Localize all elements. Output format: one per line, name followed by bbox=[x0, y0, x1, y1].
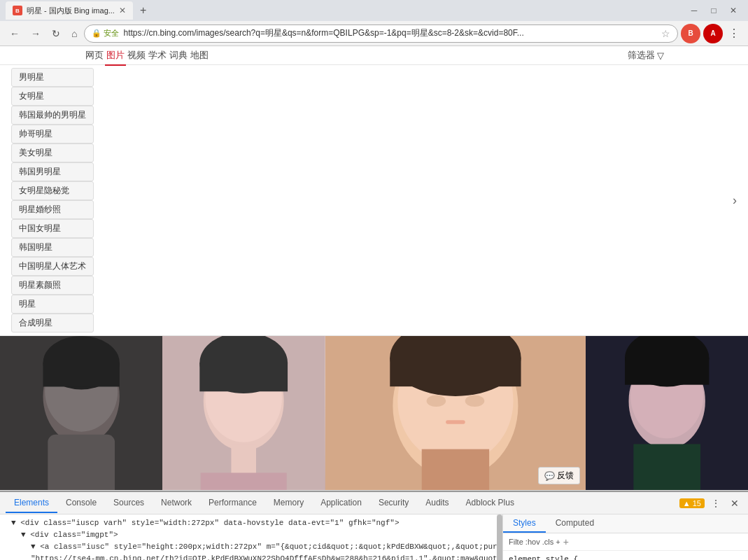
category-items: 男明星女明星韩国最帅的男明星帅哥明星美女明星韩国男明星女明星隐秘觉明星婚纱照中国… bbox=[11, 68, 94, 332]
category-item-6[interactable]: 女明星隐秘觉 bbox=[11, 181, 94, 200]
styles-tab-styles[interactable]: Styles bbox=[503, 514, 546, 533]
devtools-tab-elements[interactable]: Elements bbox=[6, 493, 57, 513]
feedback-btn[interactable]: 💬 反馈 bbox=[538, 467, 580, 484]
image-grid: 💬 反馈 bbox=[0, 336, 748, 490]
category-item-8[interactable]: 中国女明星 bbox=[11, 219, 94, 238]
dom-panel[interactable]: ▼ <div class="iuscp varh" style="width:2… bbox=[0, 514, 503, 560]
close-btn[interactable]: ✕ bbox=[724, 4, 742, 18]
devtools-close-btn[interactable]: ✕ bbox=[727, 496, 742, 510]
category-item-2[interactable]: 韩国最帅的男明星 bbox=[11, 106, 94, 125]
devtools-tab-audits[interactable]: Audits bbox=[417, 493, 457, 513]
category-item-11[interactable]: 明星素颜照 bbox=[11, 276, 94, 295]
tab-favicon: B bbox=[13, 6, 22, 15]
svg-rect-12 bbox=[201, 472, 287, 490]
minimize-btn[interactable]: ─ bbox=[685, 4, 703, 18]
devtools-right-tools: ▲ 15 ⋮ ✕ bbox=[679, 496, 742, 510]
tab-bar: B 明星 - 国内版 Bing imag... ✕ + bbox=[6, 1, 682, 20]
devtools-tab-performance[interactable]: Performance bbox=[200, 493, 265, 513]
bing-nav-right: 筛选器 ▽ bbox=[628, 49, 664, 62]
devtools-tab-sources[interactable]: Sources bbox=[105, 493, 153, 513]
title-bar: B 明星 - 国内版 Bing imag... ✕ + ─ □ ✕ bbox=[0, 0, 748, 21]
address-bar[interactable]: 🔒 安全 https://cn.bing.com/images/search?q… bbox=[84, 24, 678, 43]
category-item-0[interactable]: 男明星 bbox=[11, 68, 94, 87]
main-image-area: 💬 反馈 bbox=[0, 336, 748, 490]
dom-line-3[interactable]: "https://tse4-mm.cn.bing.net/th?id=OIP.k… bbox=[0, 553, 502, 560]
devtools-tab-application[interactable]: Application bbox=[312, 493, 370, 513]
dom-line-2[interactable]: ▼ <a class="iusc" style="height:200px;wi… bbox=[0, 541, 502, 553]
warning-badge: ▲ 15 bbox=[679, 498, 705, 508]
image-item-3[interactable]: 💬 反馈 bbox=[325, 336, 586, 490]
devtools-toolbar: ElementsConsoleSourcesNetworkPerformance… bbox=[0, 492, 748, 514]
image-item-4[interactable] bbox=[586, 336, 748, 490]
category-item-12[interactable]: 明星 bbox=[11, 295, 94, 314]
image-item-1[interactable] bbox=[0, 336, 162, 490]
reload-btn[interactable]: ↻ bbox=[48, 25, 64, 42]
element-style-block: element.style { color : rgb(134, 69 } bbox=[509, 555, 742, 560]
styles-tabs: Styles Computed bbox=[503, 514, 748, 533]
svg-rect-27 bbox=[633, 444, 700, 490]
category-scroll-arrow[interactable]: › bbox=[733, 193, 737, 208]
category-item-1[interactable]: 女明星 bbox=[11, 87, 94, 106]
tab-title: 明星 - 国内版 Bing imag... bbox=[27, 6, 115, 16]
maximize-btn[interactable]: □ bbox=[705, 4, 723, 18]
svg-rect-21 bbox=[421, 449, 488, 490]
devtools-tab-console[interactable]: Console bbox=[57, 493, 105, 513]
svg-rect-17 bbox=[390, 358, 521, 386]
svg-point-18 bbox=[426, 396, 446, 407]
styles-filter-bar: Filte :hov .cls + + bbox=[503, 533, 748, 551]
styles-content: element.style { color : rgb(134, 69 } se… bbox=[503, 551, 748, 560]
svg-point-19 bbox=[465, 396, 484, 407]
forward-btn[interactable]: → bbox=[27, 25, 45, 42]
element-style-header: element.style { bbox=[509, 555, 742, 560]
browser-menu-btn[interactable]: ⋮ bbox=[726, 24, 742, 43]
ext-btn-1[interactable]: B bbox=[681, 24, 700, 43]
bing-nav-item-网页[interactable]: 网页 bbox=[84, 46, 105, 64]
window-controls: ─ □ ✕ bbox=[685, 4, 742, 18]
dom-scrollbar-thumb bbox=[497, 514, 502, 560]
devtools-tabs: ElementsConsoleSourcesNetworkPerformance… bbox=[6, 493, 523, 513]
security-label: 🔒 安全 bbox=[92, 28, 119, 38]
bing-nav-item-词典[interactable]: 词典 bbox=[168, 46, 189, 64]
styles-tab-computed[interactable]: Computed bbox=[546, 514, 604, 533]
category-item-9[interactable]: 韩国明星 bbox=[11, 238, 94, 257]
image-item-2[interactable] bbox=[162, 336, 325, 490]
bing-nav-item-地图[interactable]: 地图 bbox=[189, 46, 210, 64]
bing-nav-item-视频[interactable]: 视频 bbox=[126, 46, 147, 64]
devtools-more-btn[interactable]: ⋮ bbox=[707, 496, 724, 510]
devtools-tab-adblock-plus[interactable]: Adblock Plus bbox=[458, 493, 523, 513]
nav-bar: ← → ↻ ⌂ 🔒 安全 https://cn.bing.com/images/… bbox=[0, 21, 748, 46]
dom-scrollbar[interactable] bbox=[497, 514, 502, 560]
category-item-10[interactable]: 中国明星人体艺术 bbox=[11, 257, 94, 276]
bookmark-star[interactable]: ☆ bbox=[661, 28, 670, 39]
dom-line-0[interactable]: ▼ <div class="iuscp varh" style="width:2… bbox=[0, 517, 502, 529]
category-item-5[interactable]: 韩国男明星 bbox=[11, 162, 94, 181]
svg-rect-5 bbox=[43, 363, 120, 386]
bing-nav: 网页图片视频学术词典地图 筛选器 ▽ bbox=[0, 46, 748, 65]
category-item-4[interactable]: 美女明星 bbox=[11, 144, 94, 162]
category-item-7[interactable]: 明星婚纱照 bbox=[11, 200, 94, 219]
ext-btn-2[interactable]: A bbox=[703, 24, 723, 43]
back-btn[interactable]: ← bbox=[6, 25, 24, 42]
filter-btn[interactable]: 筛选器 ▽ bbox=[628, 49, 664, 62]
bing-nav-item-学术[interactable]: 学术 bbox=[147, 46, 168, 64]
devtools-panel: ElementsConsoleSourcesNetworkPerformance… bbox=[0, 491, 748, 560]
svg-rect-26 bbox=[625, 358, 709, 384]
category-item-3[interactable]: 帅哥明星 bbox=[11, 125, 94, 144]
filter-text: Filte :hov .cls + bbox=[509, 538, 560, 546]
devtools-tab-network[interactable]: Network bbox=[153, 493, 200, 513]
browser-tab[interactable]: B 明星 - 国内版 Bing imag... ✕ bbox=[6, 1, 133, 20]
tab-close-btn[interactable]: ✕ bbox=[119, 6, 126, 15]
home-btn[interactable]: ⌂ bbox=[67, 25, 81, 42]
bing-nav-item-图片[interactable]: 图片 bbox=[105, 46, 126, 66]
svg-rect-2 bbox=[48, 435, 115, 490]
styles-panel: Styles Computed Filte :hov .cls + + elem… bbox=[503, 514, 748, 560]
svg-rect-10 bbox=[200, 363, 288, 391]
devtools-tab-memory[interactable]: Memory bbox=[265, 493, 312, 513]
category-bar: 男明星女明星韩国最帅的男明星帅哥明星美女明星韩国男明星女明星隐秘觉明星婚纱照中国… bbox=[0, 65, 748, 336]
devtools-tab-security[interactable]: Security bbox=[370, 493, 417, 513]
styles-add-rule-btn[interactable]: + bbox=[563, 536, 569, 547]
dom-line-1[interactable]: ▼ <div class="imgpt"> bbox=[0, 529, 502, 541]
category-item-13[interactable]: 合成明星 bbox=[11, 314, 94, 332]
new-tab-btn[interactable]: + bbox=[136, 3, 150, 18]
address-url: https://cn.bing.com/images/search?q=明星&q… bbox=[123, 27, 657, 39]
